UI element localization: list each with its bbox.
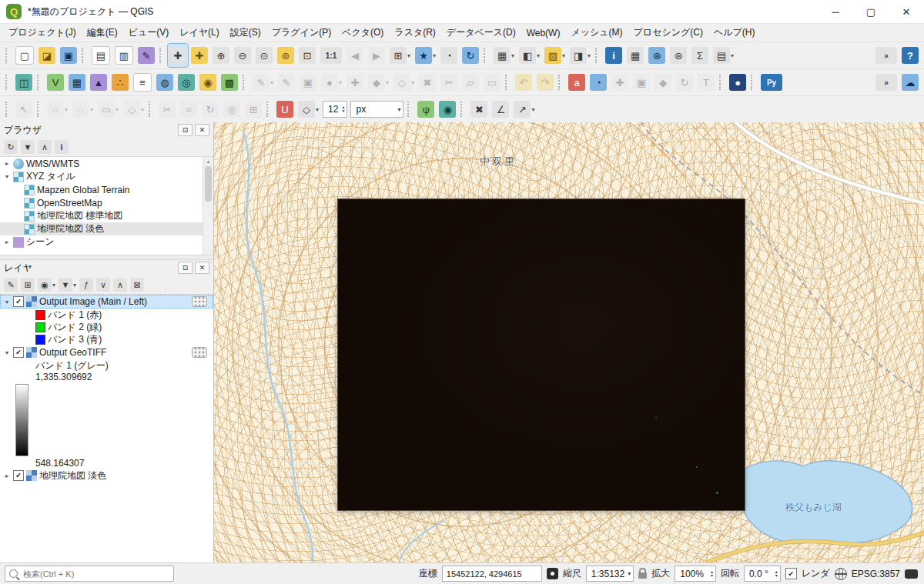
locator-input[interactable]: [22, 569, 169, 579]
identify-features[interactable]: i: [604, 44, 624, 67]
menu-project[interactable]: プロジェクト(J): [3, 24, 82, 42]
style-manager[interactable]: ✎: [136, 44, 156, 67]
rotation-spinbox[interactable]: 0.0 ° ▴ ▾: [744, 566, 781, 582]
crs-status[interactable]: EPSG:3857: [852, 569, 900, 579]
python-console[interactable]: Py: [759, 71, 784, 94]
toolbar-grip[interactable]: [266, 102, 272, 117]
open-attribute-table[interactable]: ▦: [625, 44, 645, 67]
zoom-to-selection[interactable]: ⊚: [276, 44, 296, 67]
browser-item[interactable]: ▸WMS/WMTS: [0, 157, 203, 170]
project-styles-dropdown[interactable]: ▾: [588, 52, 591, 59]
menu-mesh[interactable]: メッシュ(M): [565, 24, 628, 42]
coordinate-input[interactable]: [442, 566, 542, 582]
spin-down-icon[interactable]: ▾: [711, 574, 713, 578]
zoom-out[interactable]: ⊖: [233, 44, 253, 67]
browser-filter[interactable]: ▼: [20, 139, 35, 155]
menu-processing[interactable]: プロセシング(C): [628, 24, 708, 42]
layer-band[interactable]: バンド 3 (青): [0, 333, 213, 345]
layers-float-button[interactable]: ⊡: [178, 262, 192, 274]
browser-scrollbar[interactable]: ▴: [203, 157, 213, 255]
project-styles[interactable]: ◨▾: [568, 44, 592, 67]
toolbar-overflow-1[interactable]: »: [874, 44, 899, 67]
toolbar-grip[interactable]: [558, 75, 564, 90]
zoom-full[interactable]: ⊙: [254, 44, 274, 67]
snapping-unit[interactable]: px▾: [350, 101, 403, 118]
expand-all[interactable]: ∨: [95, 277, 111, 292]
help-contents[interactable]: ?: [900, 44, 920, 67]
layer-item[interactable]: ▾✔Output GeoTIFF: [0, 345, 213, 359]
browser-item[interactable]: ▸シーン: [0, 235, 203, 249]
add-spatialite-layer[interactable]: ◎: [176, 71, 196, 94]
add-delimited-text-layer[interactable]: ≡: [132, 71, 153, 94]
digitize-with-segment-dropdown[interactable]: ▾: [339, 79, 342, 86]
new-map-view[interactable]: ⊞▾: [388, 44, 412, 67]
scale-combobox[interactable]: 1:35132 ▾: [586, 566, 634, 582]
filter-legend-dropdown[interactable]: ▾: [73, 282, 76, 289]
browser-item[interactable]: OpenStreetMap: [0, 196, 203, 209]
scale-lock-icon[interactable]: [638, 572, 647, 579]
clear-canvas[interactable]: ✖: [469, 98, 489, 121]
digitize-circle-dropdown[interactable]: ▾: [65, 106, 68, 113]
close-button[interactable]: ✕: [889, 0, 924, 23]
snapping-tolerance-down-icon[interactable]: ▾: [342, 109, 344, 113]
save-project[interactable]: ▣: [59, 44, 79, 67]
show-spatial-bookmarks[interactable]: ★▾: [413, 44, 437, 67]
layer-checkbox[interactable]: ✔: [13, 296, 24, 307]
add-wms-layer[interactable]: ◉: [198, 71, 218, 94]
scroll-up-icon[interactable]: ▴: [207, 157, 209, 165]
add-xyz-layer[interactable]: ▩: [219, 71, 239, 94]
digitize-rectangle-dropdown[interactable]: ▾: [116, 106, 119, 113]
tree-arrow-icon[interactable]: ▾: [3, 349, 11, 356]
processing-toolbox[interactable]: ⊛: [668, 44, 688, 67]
toolbar-grip[interactable]: [5, 75, 11, 90]
layer-band[interactable]: バンド 1 (赤): [0, 309, 213, 321]
menu-web[interactable]: Web(W): [521, 25, 566, 41]
toolbar-grip[interactable]: [407, 102, 413, 117]
tree-arrow-icon[interactable]: ▾: [3, 299, 11, 305]
layer-labeling[interactable]: a: [567, 71, 587, 94]
toolbar-grip[interactable]: [159, 48, 165, 63]
spinner-arrows-icon[interactable]: ▴ ▾: [711, 570, 713, 578]
collapse-all[interactable]: ∧: [112, 277, 128, 292]
new-map-view-dropdown[interactable]: ▾: [407, 52, 410, 59]
layer-indicator-badge[interactable]: [192, 347, 207, 358]
current-edits-dropdown[interactable]: ▾: [270, 79, 273, 86]
new-project[interactable]: ▢: [14, 44, 35, 67]
menu-settings[interactable]: 設定(S): [225, 24, 266, 42]
messages-icon[interactable]: [905, 569, 918, 579]
toolbar-grip[interactable]: [243, 75, 248, 90]
toolbar-grip[interactable]: [5, 48, 11, 63]
add-raster-layer[interactable]: ▦: [67, 71, 87, 94]
render-checkbox[interactable]: ✔: [785, 568, 797, 579]
map-decorations[interactable]: ◧▾: [517, 44, 541, 67]
layer-band[interactable]: バンド 2 (緑): [0, 321, 213, 333]
add-vector-layer[interactable]: V: [45, 71, 65, 94]
layer-indicator-badge[interactable]: [192, 296, 207, 307]
toolbar-grip[interactable]: [37, 102, 42, 117]
browser-refresh[interactable]: ↻: [3, 139, 18, 155]
browser-float-button[interactable]: ⊡: [178, 124, 192, 136]
manage-panels-dropdown[interactable]: ▾: [731, 52, 734, 59]
advanced-digitizing[interactable]: ◉: [437, 98, 457, 121]
spinner-arrows-icon[interactable]: ▴ ▾: [775, 570, 778, 578]
browser-scrollbar-thumb[interactable]: [205, 166, 212, 202]
digitize-ellipse-dropdown[interactable]: ▾: [90, 106, 93, 113]
menu-view[interactable]: ビュー(V): [123, 24, 175, 42]
magnifier-spinbox[interactable]: 100% ▴ ▾: [675, 566, 716, 582]
manage-map-themes[interactable]: ◉▾: [37, 277, 56, 292]
new-print-layout[interactable]: ▤: [90, 44, 112, 67]
filter-legend[interactable]: ▼▾: [58, 277, 77, 292]
manage-map-themes-dropdown[interactable]: ▾: [52, 282, 55, 289]
toolbar-grip[interactable]: [719, 75, 725, 90]
manage-panels[interactable]: ▤▾: [711, 44, 735, 67]
metasearch[interactable]: ●: [728, 71, 748, 94]
open-project[interactable]: ◪: [37, 44, 57, 67]
snapping-tolerance-spinner-icon[interactable]: ▴▾: [342, 105, 344, 113]
tree-arrow-icon[interactable]: ▸: [3, 160, 11, 167]
layer-checkbox[interactable]: ✔: [13, 347, 24, 358]
menu-raster[interactable]: ラスタ(R): [389, 24, 441, 42]
copy-layer-style-dropdown[interactable]: ▾: [562, 52, 565, 59]
add-postgis-layer[interactable]: ◍: [155, 71, 175, 94]
menu-database[interactable]: データベース(D): [441, 24, 521, 42]
tree-arrow-icon[interactable]: ▾: [3, 173, 11, 180]
